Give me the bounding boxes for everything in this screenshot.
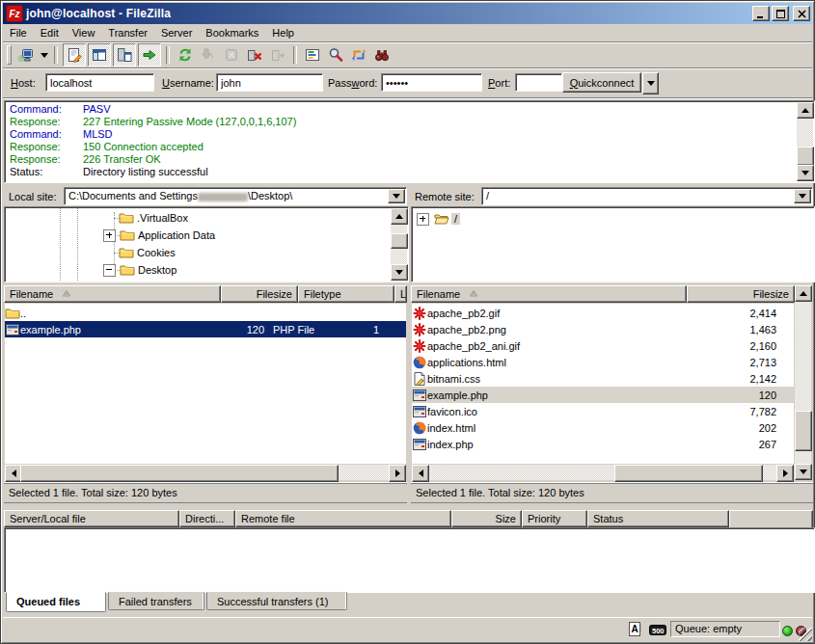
local-tree-scrollbar-thumb[interactable]	[391, 233, 408, 249]
remote-horizontal-scrollbar[interactable]	[412, 465, 794, 480]
file-row-apache-pb2-png[interactable]: apache_pb2.png1,463	[412, 321, 794, 337]
file-name: example.php	[20, 324, 192, 335]
file-row-apache-pb2-gif[interactable]: apache_pb2.gif2,414	[412, 305, 794, 321]
remote-site-combobox[interactable]: /	[481, 187, 813, 205]
folder-open-icon	[434, 211, 449, 227]
local-tree-scrollbar[interactable]	[391, 208, 407, 281]
file-row-index-php[interactable]: index.php267	[412, 436, 794, 452]
remote-site-dropdown-button[interactable]	[794, 189, 811, 203]
remote-vertical-scrollbar[interactable]	[795, 285, 811, 480]
column-header-filename[interactable]: Filename	[4, 285, 221, 303]
column-header-label: Filename	[10, 286, 53, 303]
host-input[interactable]	[45, 73, 154, 92]
toggle-transfer-queue-icon	[142, 47, 157, 63]
tree-item-root[interactable]: /	[417, 210, 813, 228]
menu-transfer[interactable]: Transfer	[101, 25, 154, 40]
column-header-filetype[interactable]: Filetype	[298, 285, 394, 303]
tree-guide-line	[77, 208, 78, 281]
file-row-applications-html[interactable]: applications.html2,713	[412, 354, 794, 370]
column-header-remote-file[interactable]: Remote file	[235, 510, 451, 527]
file-row-example-php[interactable]: example.php120PHP File1	[5, 321, 406, 337]
resize-grip[interactable]	[799, 628, 812, 641]
menu-bookmarks[interactable]: Bookmarks	[199, 25, 265, 40]
tree-item--virtualbox[interactable]: .VirtualBox	[102, 209, 391, 227]
tab-failed-transfers[interactable]: Failed transfers	[108, 592, 204, 610]
password-label: Password:	[328, 77, 377, 89]
column-header-server-local-file[interactable]: Server/Local file	[4, 510, 179, 527]
find-files-button[interactable]	[371, 44, 393, 66]
column-header-filesize[interactable]: Filesize	[221, 285, 298, 303]
menu-file[interactable]: File	[3, 25, 34, 40]
log-scrollbar[interactable]	[797, 102, 813, 181]
refresh-button[interactable]	[175, 44, 196, 66]
disconnect-button[interactable]	[244, 44, 265, 66]
log-scrollbar-thumb[interactable]	[797, 147, 814, 166]
column-header-filename[interactable]: Filename	[411, 285, 687, 303]
file-row-bitnami-css[interactable]: bitnami.css2,142	[412, 370, 794, 387]
port-input[interactable]	[515, 73, 562, 92]
queue-header: Server/Local fileDirecti...Remote fileSi…	[4, 510, 813, 529]
file-row-favicon-ico[interactable]: favicon.ico7,782	[412, 403, 794, 419]
directory-comparison-button[interactable]	[325, 44, 346, 66]
toggle-remote-tree-button[interactable]	[113, 43, 136, 67]
collapse-icon[interactable]	[103, 264, 116, 277]
file-row-apache-pb2-ani-gif[interactable]: apache_pb2_ani.gif2,160	[412, 337, 794, 354]
column-header-l[interactable]: L	[394, 285, 407, 303]
minimize-button[interactable]	[752, 6, 770, 21]
username-input[interactable]	[216, 73, 323, 92]
expand-icon[interactable]	[103, 229, 116, 242]
local-hscroll-thumb[interactable]	[20, 465, 339, 482]
toolbar-separator	[54, 46, 58, 64]
local-selection-status: Selected 1 file. Total size: 120 bytes	[4, 483, 407, 503]
local-site-dropdown-button[interactable]	[388, 189, 405, 203]
file-row-example-php[interactable]: example.php120	[412, 387, 794, 403]
tab-queued-files[interactable]: Queued files	[6, 592, 106, 612]
column-header-filesize[interactable]: Filesize	[687, 285, 795, 303]
remote-directory-tree: /	[411, 206, 815, 282]
toggle-transfer-queue-button[interactable]	[138, 43, 161, 67]
tree-item-cookies[interactable]: Cookies	[102, 244, 391, 261]
tree-item-application-data[interactable]: Application Data	[102, 227, 391, 244]
column-header-priority[interactable]: Priority	[522, 510, 587, 527]
local-horizontal-scrollbar[interactable]	[5, 465, 406, 480]
quickconnect-bar: Host: Username: Password: Port: Quickcon…	[3, 68, 812, 98]
image-file-icon	[412, 322, 427, 337]
file-size: 2,713	[680, 357, 776, 368]
sort-ascending-icon	[63, 291, 70, 297]
column-header-size[interactable]: Size	[451, 510, 522, 527]
expand-icon[interactable]	[417, 213, 429, 226]
column-header-status[interactable]: Status	[587, 510, 729, 527]
svg-text:A: A	[632, 624, 638, 634]
refresh-icon	[177, 47, 193, 63]
file-row--[interactable]: ..	[5, 305, 406, 321]
tab-successful-transfers-1-[interactable]: Successful transfers (1)	[206, 592, 347, 610]
menu-view[interactable]: View	[66, 25, 102, 40]
site-manager-button[interactable]	[15, 44, 37, 66]
toggle-message-log-button[interactable]	[63, 43, 86, 67]
file-size: 1,463	[680, 324, 776, 335]
path-prefix: C:\Documents and Settings	[68, 190, 198, 201]
toolbar-separator	[293, 46, 297, 64]
password-input[interactable]	[381, 73, 482, 92]
toggle-local-tree-button[interactable]	[88, 43, 111, 67]
menu-edit[interactable]: Edit	[34, 25, 66, 40]
column-header-directi-[interactable]: Directi...	[179, 510, 235, 527]
quickconnect-dropdown-button[interactable]	[642, 72, 659, 94]
file-name: favicon.ico	[427, 406, 680, 417]
local-site-combobox[interactable]: C:\Documents and Settings\Desktop\	[64, 187, 407, 205]
toolbar-grip[interactable]	[7, 45, 12, 65]
maximize-button[interactable]	[772, 6, 789, 21]
site-manager-dropdown-button[interactable]	[38, 44, 50, 66]
close-button[interactable]	[793, 6, 810, 21]
remote-hscroll-thumb[interactable]	[614, 465, 763, 482]
remote-vscroll-thumb[interactable]	[795, 411, 812, 451]
menu-server[interactable]: Server	[154, 25, 199, 40]
directory-listing-filters-button[interactable]	[302, 44, 323, 66]
file-size: 202	[680, 422, 776, 434]
quickconnect-button[interactable]: Quickconnect	[562, 72, 641, 93]
file-row-index-html[interactable]: index.html202	[412, 419, 794, 436]
synchronized-browsing-button[interactable]	[348, 44, 369, 66]
tree-item-desktop[interactable]: Desktop	[102, 261, 391, 279]
reconnect-button	[267, 44, 288, 66]
menu-help[interactable]: Help	[265, 25, 301, 40]
